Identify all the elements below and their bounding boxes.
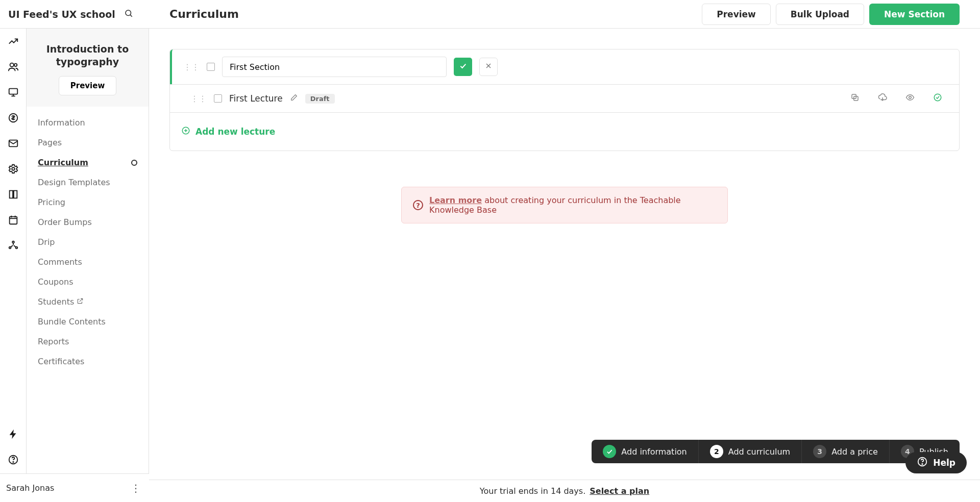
panel-item-students[interactable]: Students — [27, 292, 149, 312]
panel-item-pages[interactable]: Pages — [27, 133, 149, 153]
rail-item-users[interactable] — [7, 61, 20, 74]
calendar-icon — [8, 214, 19, 228]
lecture-publish-button[interactable] — [927, 93, 948, 104]
users-icon — [8, 61, 19, 74]
question-mark-icon: ? — [413, 200, 423, 210]
rail-item-settings[interactable] — [7, 163, 20, 177]
svg-rect-4 — [9, 89, 17, 94]
step-add-information[interactable]: Add information — [592, 440, 698, 463]
header-right: Curriculum Preview Bulk Upload New Secti… — [149, 4, 980, 25]
panel-item-bundle-contents[interactable]: Bundle Contents — [27, 312, 149, 332]
add-lecture-label: Add new lecture — [195, 127, 275, 137]
svg-point-18 — [13, 462, 13, 462]
svg-point-0 — [126, 10, 131, 16]
panel-item-coupons[interactable]: Coupons — [27, 272, 149, 292]
rail-item-help[interactable] — [7, 454, 20, 467]
new-section-button[interactable]: New Section — [869, 4, 960, 25]
select-plan-link[interactable]: Select a plan — [590, 486, 649, 496]
section-cancel-button[interactable] — [479, 58, 498, 76]
help-button[interactable]: Help — [905, 452, 967, 473]
school-name: UI Feed's UX school — [8, 9, 115, 20]
rail-item-site[interactable] — [7, 87, 20, 100]
copy-icon — [850, 93, 860, 104]
rail-item-calendar[interactable] — [7, 214, 20, 228]
trial-bar: Your trial ends in 14 days. Select a pla… — [149, 480, 980, 502]
help-label: Help — [933, 458, 955, 468]
svg-point-3 — [14, 64, 17, 66]
section-checkbox[interactable] — [207, 63, 215, 71]
book-icon — [8, 189, 19, 202]
rail-item-dashboard[interactable] — [7, 36, 20, 49]
panel-item-information[interactable]: Information — [27, 113, 149, 133]
gear-icon — [8, 163, 19, 177]
lecture-row[interactable]: ⋮⋮ First Lecture Draft — [170, 84, 959, 112]
add-lecture-button[interactable]: Add new lecture — [170, 112, 959, 150]
rail-item-courses[interactable] — [7, 189, 20, 202]
trial-text: Your trial ends in 14 days. — [480, 486, 585, 496]
rail-item-sales[interactable] — [7, 112, 20, 126]
draft-badge: Draft — [305, 94, 335, 104]
lecture-checkbox[interactable] — [214, 94, 222, 103]
question-circle-icon — [8, 454, 19, 467]
step-label: Add curriculum — [728, 447, 790, 457]
user-footer: Sarah Jonas ⋮ — [0, 473, 149, 502]
lecture-download-button[interactable] — [872, 93, 893, 104]
pencil-icon — [290, 94, 298, 104]
header-left: UI Feed's UX school — [0, 7, 149, 21]
rail-item-emails[interactable] — [7, 138, 20, 151]
panel-item-label: Pages — [38, 138, 62, 147]
drag-handle[interactable]: ⋮⋮ — [183, 62, 200, 72]
status-dot-icon — [131, 160, 137, 166]
panel-item-drip[interactable]: Drip — [27, 232, 149, 252]
panel-item-pricing[interactable]: Pricing — [27, 192, 149, 212]
user-menu-button[interactable]: ⋮ — [129, 480, 143, 496]
step-add-a-price[interactable]: 3Add a price — [801, 440, 889, 463]
panel-item-curriculum[interactable]: Curriculum — [27, 153, 149, 172]
panel-item-certificates[interactable]: Certificates — [27, 352, 149, 371]
rail-item-power[interactable] — [7, 429, 20, 442]
step-add-curriculum[interactable]: 2Add curriculum — [698, 440, 801, 463]
mail-icon — [8, 138, 19, 151]
panel-nav: InformationPagesCurriculumDesign Templat… — [27, 107, 149, 502]
svg-point-24 — [934, 94, 941, 101]
svg-line-1 — [130, 15, 132, 16]
dots-vertical-icon: ⋮ — [131, 482, 141, 494]
search-button[interactable] — [121, 7, 136, 21]
bulk-upload-button[interactable]: Bulk Upload — [776, 4, 864, 25]
panel-item-label: Bundle Contents — [38, 317, 106, 327]
lecture-duplicate-button[interactable] — [845, 93, 865, 104]
panel-item-label: Design Templates — [38, 178, 110, 187]
eye-icon — [905, 93, 915, 104]
panel-item-reports[interactable]: Reports — [27, 332, 149, 352]
panel-item-design-templates[interactable]: Design Templates — [27, 172, 149, 192]
close-icon — [484, 62, 493, 72]
panel-item-label: Order Bumps — [38, 217, 92, 227]
panel-item-label: Students — [38, 297, 84, 307]
preview-button[interactable]: Preview — [702, 4, 771, 25]
header-actions: Preview Bulk Upload New Section — [702, 4, 960, 25]
panel-item-label: Certificates — [38, 357, 84, 366]
info-banner-text: Learn more about creating your curriculu… — [429, 195, 716, 215]
panel-item-label: Pricing — [38, 197, 65, 207]
lecture-visibility-button[interactable] — [900, 93, 920, 104]
svg-point-2 — [10, 63, 13, 67]
learn-more-link[interactable]: Learn more — [429, 195, 482, 205]
lecture-rename-button[interactable] — [290, 93, 298, 104]
external-link-icon — [77, 297, 84, 307]
network-icon — [8, 240, 19, 253]
course-preview-button[interactable]: Preview — [59, 76, 117, 95]
section-name-input[interactable] — [222, 57, 447, 77]
panel-item-label: Drip — [38, 237, 55, 247]
panel-item-order-bumps[interactable]: Order Bumps — [27, 212, 149, 232]
check-circle-icon — [933, 93, 942, 104]
panel-item-comments[interactable]: Comments — [27, 252, 149, 272]
info-banner: ? Learn more about creating your curricu… — [401, 187, 728, 223]
drag-handle[interactable]: ⋮⋮ — [190, 94, 207, 104]
main-content: ⋮⋮ ⋮⋮ First Lecture — [149, 29, 980, 502]
sidebar-panel: Introduction to typography Preview Infor… — [27, 29, 149, 502]
rail-item-network[interactable] — [7, 240, 20, 253]
nav-rail — [0, 29, 27, 502]
section-confirm-button[interactable] — [454, 58, 472, 76]
svg-point-14 — [12, 241, 14, 243]
monitor-icon — [8, 87, 19, 100]
